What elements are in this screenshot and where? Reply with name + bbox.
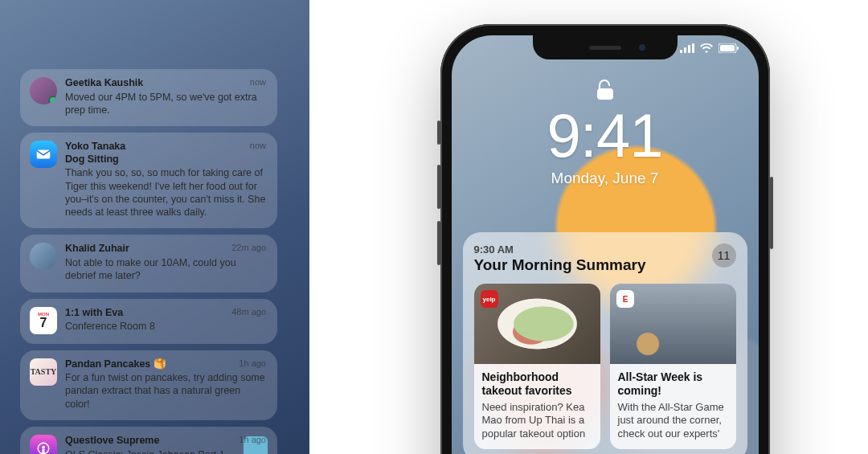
battery-icon bbox=[719, 43, 739, 53]
notch-icon bbox=[533, 35, 678, 59]
notification-title: Yoko Tanaka bbox=[65, 141, 268, 153]
cellular-signal-icon bbox=[680, 43, 694, 53]
summary-item-card[interactable]: E All-Star Week is coming! With the All-… bbox=[610, 284, 736, 449]
notification-time: 48m ago bbox=[231, 307, 266, 317]
morning-summary-card[interactable]: 9:30 AM Your Morning Summary 11 yelp Nei… bbox=[463, 232, 747, 454]
volume-down-button-icon bbox=[437, 221, 440, 265]
notification-item[interactable]: Yoko Tanaka Dog Sitting Thank you so, so… bbox=[20, 133, 277, 228]
date-label: Monday, June 7 bbox=[551, 170, 659, 187]
mail-app-icon bbox=[30, 141, 57, 168]
card-title: Neighborhood takeout favorites bbox=[482, 370, 592, 398]
status-dot-icon bbox=[48, 96, 57, 104]
lock-screen-header: 9:41 Monday, June 7 bbox=[452, 80, 759, 187]
volume-up-button-icon bbox=[437, 165, 440, 209]
side-button-icon bbox=[770, 177, 773, 249]
card-title: All-Star Week is coming! bbox=[618, 370, 728, 398]
notification-stack: Geetika Kaushik Moved our 4PM to 5PM, so… bbox=[20, 69, 277, 454]
wifi-icon bbox=[699, 43, 714, 53]
notification-time: 1h ago bbox=[239, 358, 266, 368]
notifications-panel: Geetika Kaushik Moved our 4PM to 5PM, so… bbox=[0, 0, 309, 454]
calendar-day: 7 bbox=[40, 317, 47, 329]
notification-time: now bbox=[250, 141, 266, 150]
avatar-icon bbox=[30, 77, 57, 104]
summary-title: Your Morning Summary bbox=[474, 256, 646, 274]
svg-rect-0 bbox=[37, 150, 51, 159]
notification-subject: Dog Sitting bbox=[65, 153, 268, 166]
notification-body: Not able to make our 10AM, could you deb… bbox=[65, 256, 268, 283]
summary-time: 9:30 AM bbox=[474, 243, 646, 256]
avatar-icon bbox=[30, 243, 57, 270]
notification-body: QLS Classic: Jessie Johnson Part 1 bbox=[65, 448, 232, 455]
mute-switch-icon bbox=[437, 121, 440, 145]
svg-rect-9 bbox=[737, 47, 739, 50]
espn-app-icon: E bbox=[616, 290, 634, 308]
notification-time: 22m ago bbox=[231, 243, 266, 252]
svg-rect-4 bbox=[684, 47, 686, 53]
card-body: Need inspiration? Kea Mao from Up Thai i… bbox=[482, 401, 592, 442]
notification-item[interactable]: Geetika Kaushik Moved our 4PM to 5PM, so… bbox=[20, 69, 277, 126]
svg-rect-8 bbox=[720, 45, 735, 51]
summary-cards-row: yelp Neighborhood takeout favorites Need… bbox=[474, 284, 736, 449]
notification-body: Moved our 4PM to 5PM, so we've got extra… bbox=[65, 91, 268, 117]
summary-item-card[interactable]: yelp Neighborhood takeout favorites Need… bbox=[474, 284, 600, 449]
svg-point-2 bbox=[42, 446, 45, 449]
phone-screen: 9:41 Monday, June 7 9:30 AM Your Morning… bbox=[452, 35, 759, 454]
card-image: yelp bbox=[474, 284, 600, 364]
clock: 9:41 bbox=[547, 105, 663, 166]
svg-rect-6 bbox=[692, 43, 694, 53]
notification-time: now bbox=[250, 77, 266, 87]
svg-rect-5 bbox=[688, 45, 690, 53]
notification-body: For a fun twist on pancakes, try adding … bbox=[65, 371, 268, 411]
podcasts-app-icon bbox=[30, 435, 57, 454]
notification-title: Questlove Supreme bbox=[65, 435, 232, 448]
notification-time: 1h ago bbox=[239, 435, 266, 444]
phone-preview-panel: 9:41 Monday, June 7 9:30 AM Your Morning… bbox=[342, 0, 868, 454]
notification-title: Pandan Pancakes 🥞 bbox=[65, 358, 268, 371]
tasty-app-icon: TASTY bbox=[30, 358, 57, 386]
unlocked-icon bbox=[596, 80, 614, 100]
summary-count-badge[interactable]: 11 bbox=[712, 243, 736, 268]
notification-body: Thank you so, so, so much for taking car… bbox=[65, 166, 268, 219]
svg-rect-3 bbox=[680, 50, 682, 53]
notification-item[interactable]: Questlove Supreme QLS Classic: Jessie Jo… bbox=[20, 427, 277, 454]
notification-body: Conference Room 8 bbox=[65, 320, 268, 333]
calendar-app-icon: MON 7 bbox=[30, 307, 57, 334]
phone-frame: 9:41 Monday, June 7 9:30 AM Your Morning… bbox=[440, 24, 770, 454]
svg-rect-10 bbox=[597, 88, 613, 100]
notification-item[interactable]: MON 7 1:1 with Eva Conference Room 8 48m… bbox=[20, 299, 277, 344]
notification-title: Geetika Kaushik bbox=[65, 77, 268, 90]
summary-header: 9:30 AM Your Morning Summary 11 bbox=[474, 243, 736, 274]
yelp-app-icon: yelp bbox=[481, 290, 498, 308]
card-image: E bbox=[610, 284, 736, 364]
card-body: With the All-Star Game just around the c… bbox=[618, 401, 728, 442]
notification-item[interactable]: Khalid Zuhair Not able to make our 10AM,… bbox=[20, 235, 277, 292]
panel-divider bbox=[309, 0, 342, 454]
notification-item[interactable]: TASTY Pandan Pancakes 🥞 For a fun twist … bbox=[20, 350, 277, 420]
